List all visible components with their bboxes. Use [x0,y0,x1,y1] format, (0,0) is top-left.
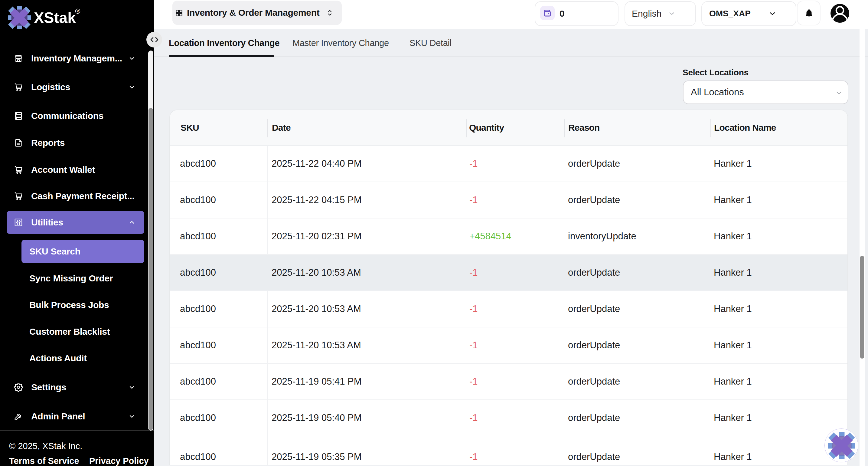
svg-text:R: R [76,10,79,13]
